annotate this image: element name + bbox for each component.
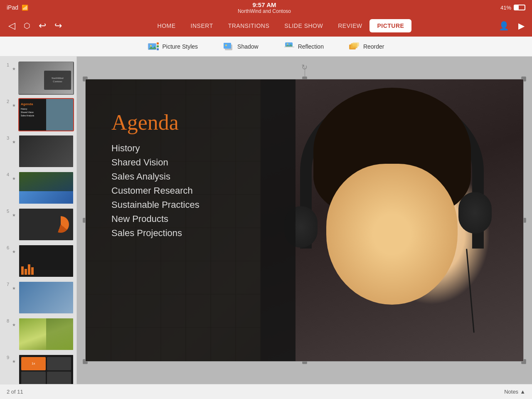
slide-num-2: 2 bbox=[2, 98, 9, 104]
slide-star-9: ★ bbox=[11, 354, 17, 364]
picture-styles-button[interactable]: Picture Styles bbox=[143, 39, 202, 54]
save-icon-button[interactable]: ⬡ bbox=[20, 20, 34, 32]
slide-num-9: 9 bbox=[2, 354, 9, 360]
battery-icon bbox=[514, 5, 525, 10]
svg-rect-9 bbox=[224, 43, 231, 49]
slide-container: ↻ bbox=[85, 79, 524, 362]
slide-agenda-item-1: History bbox=[111, 143, 287, 154]
reflection-label: Reflection bbox=[298, 43, 324, 50]
menu-tabs: HOME INSERT TRANSITIONS SLIDE SHOW REVIE… bbox=[72, 19, 490, 32]
slide-item-9[interactable]: 9 ★ 1x bbox=[0, 352, 76, 384]
slide-item-6[interactable]: 6 ★ bbox=[0, 243, 76, 279]
slide-num-1: 1 bbox=[2, 62, 9, 67]
undo-button[interactable]: ↩ bbox=[35, 19, 49, 33]
notes-button[interactable]: Notes ▲ bbox=[504, 389, 525, 395]
redo-button[interactable]: ↪ bbox=[51, 19, 65, 33]
picture-styles-label: Picture Styles bbox=[162, 43, 198, 50]
reflection-icon bbox=[283, 42, 295, 51]
slide-thumb-6[interactable] bbox=[18, 244, 74, 278]
slide-thumb-8[interactable] bbox=[18, 318, 74, 351]
status-center: 9:57 AM NorthWind and Contoso bbox=[238, 1, 291, 14]
toolbar-right-controls: 👤 ▶ bbox=[496, 18, 527, 33]
slide-panel[interactable]: 1 ★ NorthWindContoso 2 ★ Agenda HistoryS… bbox=[0, 57, 77, 384]
status-time: 9:57 AM bbox=[253, 1, 276, 8]
present-button[interactable]: ▶ bbox=[516, 18, 527, 33]
rotation-line bbox=[305, 67, 305, 76]
tab-review[interactable]: REVIEW bbox=[330, 19, 369, 32]
main-toolbar: ◁ ⬡ ↩ ↪ HOME INSERT TRANSITIONS SLIDE SH… bbox=[0, 15, 532, 37]
picture-toolbar: Picture Styles Shadow Reflection Reorder bbox=[0, 37, 532, 57]
device-label: iPad bbox=[7, 4, 18, 11]
slide-thumb-4[interactable] bbox=[18, 171, 74, 204]
slide-agenda-item-5: Sustainable Practices bbox=[111, 200, 287, 210]
tab-slide-show[interactable]: SLIDE SHOW bbox=[277, 19, 330, 32]
svg-point-2 bbox=[150, 45, 152, 47]
add-user-button[interactable]: 👤 bbox=[496, 18, 512, 33]
svg-rect-5 bbox=[157, 45, 159, 47]
slide-item-2[interactable]: 2 ★ Agenda HistoryShared VisionSales Ana… bbox=[0, 96, 76, 133]
slide-num-7: 7 bbox=[2, 281, 9, 287]
tab-transitions[interactable]: TRANSITIONS bbox=[221, 19, 277, 32]
slide-item-8[interactable]: 8 ★ bbox=[0, 316, 76, 352]
shadow-button[interactable]: Shadow bbox=[219, 39, 263, 54]
slide-thumb-5[interactable] bbox=[18, 208, 74, 241]
slide-photo-right bbox=[261, 79, 523, 361]
slide-agenda-title: Agenda bbox=[111, 110, 287, 135]
slide-item-3[interactable]: 3 ★ bbox=[0, 133, 76, 170]
picture-styles-icon bbox=[148, 42, 159, 51]
svg-point-10 bbox=[225, 44, 227, 46]
toolbar-left-controls: ◁ ⬡ ↩ ↪ bbox=[5, 19, 65, 33]
slide-thumb-3[interactable] bbox=[18, 135, 74, 168]
slide-thumb-9[interactable]: 1x bbox=[18, 354, 74, 384]
child-face-skin bbox=[326, 164, 458, 305]
reflection-button[interactable]: Reflection bbox=[279, 39, 328, 54]
slide-item-1[interactable]: 1 ★ NorthWindContoso bbox=[0, 60, 76, 96]
svg-rect-4 bbox=[157, 42, 159, 44]
status-bar: iPad 📶 9:57 AM NorthWind and Contoso 41% bbox=[0, 0, 532, 15]
slide-item-7[interactable]: 7 ★ bbox=[0, 279, 76, 316]
slide-thumb-1[interactable]: NorthWindContoso bbox=[18, 62, 74, 95]
slide-agenda-item-6: New Products bbox=[111, 214, 287, 224]
slide-star-1: ★ bbox=[11, 62, 17, 71]
page-info: 2 of 11 bbox=[7, 389, 23, 395]
slide-canvas[interactable]: ↻ bbox=[77, 57, 532, 384]
slide-num-8: 8 bbox=[2, 318, 9, 323]
notes-label: Notes bbox=[504, 389, 518, 395]
slide-item-5[interactable]: 5 ★ bbox=[0, 206, 76, 243]
main-area: 1 ★ NorthWindContoso 2 ★ Agenda HistoryS… bbox=[0, 57, 532, 384]
slide-item-4[interactable]: 4 ★ bbox=[0, 170, 76, 206]
slide-text-area: Agenda History Shared Vision Sales Analy… bbox=[103, 102, 296, 250]
slide-thumb-2[interactable]: Agenda HistoryShared VisionSales Analysi… bbox=[18, 98, 74, 131]
slide-agenda-item-2: Shared Vision bbox=[111, 157, 287, 168]
status-right: 41% bbox=[500, 5, 525, 11]
shadow-icon bbox=[223, 42, 234, 51]
svg-rect-14 bbox=[285, 43, 293, 47]
slide-star-8: ★ bbox=[11, 318, 17, 327]
slide-image: Agenda History Shared Vision Sales Analy… bbox=[85, 79, 524, 362]
slide-num-4: 4 bbox=[2, 171, 9, 177]
slide-thumb-7[interactable] bbox=[18, 281, 74, 314]
slide-num-6: 6 bbox=[2, 244, 9, 250]
reorder-label: Reorder bbox=[363, 43, 384, 50]
svg-rect-18 bbox=[352, 42, 359, 47]
back-button[interactable]: ◁ bbox=[5, 19, 19, 33]
reorder-icon bbox=[349, 42, 360, 51]
shadow-label: Shadow bbox=[237, 43, 259, 50]
slide-agenda-item-4: Customer Research bbox=[111, 185, 287, 196]
slide-agenda-item-7: Sales Projections bbox=[111, 228, 287, 239]
reorder-button[interactable]: Reorder bbox=[345, 39, 389, 54]
slide-star-2: ★ bbox=[11, 98, 17, 108]
battery-percent: 41% bbox=[500, 5, 511, 11]
wifi-icon: 📶 bbox=[22, 5, 28, 11]
slide-star-4: ★ bbox=[11, 171, 17, 181]
slide-star-7: ★ bbox=[11, 281, 17, 291]
bottom-bar: 2 of 11 Notes ▲ bbox=[0, 384, 532, 399]
tab-insert[interactable]: INSERT bbox=[183, 19, 221, 32]
tab-picture[interactable]: PICTURE bbox=[369, 19, 411, 32]
slide-num-3: 3 bbox=[2, 135, 9, 140]
tab-home[interactable]: HOME bbox=[150, 19, 183, 32]
slide-num-5: 5 bbox=[2, 208, 9, 214]
doc-title: NorthWind and Contoso bbox=[238, 8, 291, 14]
slide-star-6: ★ bbox=[11, 244, 17, 254]
slide-star-5: ★ bbox=[11, 208, 17, 217]
